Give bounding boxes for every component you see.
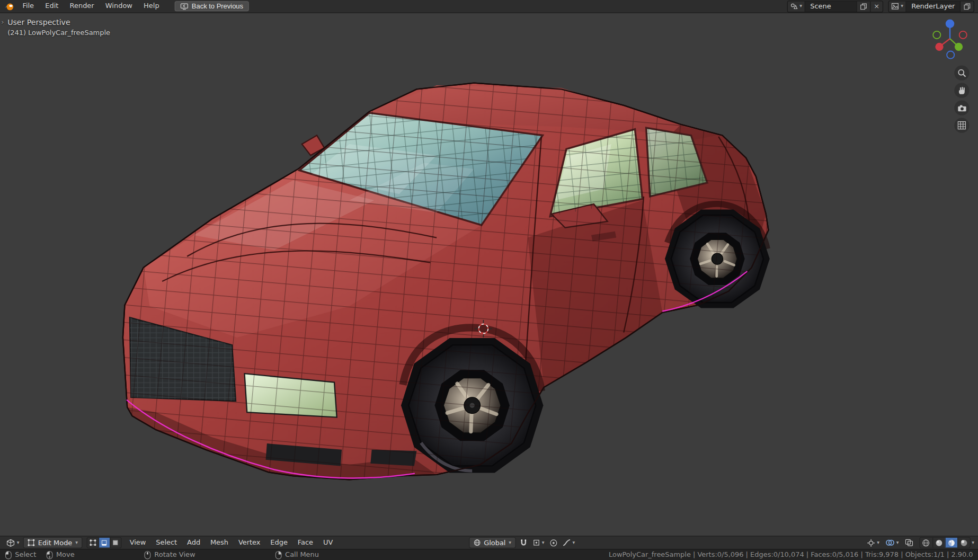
caret-down-icon: ▾: [877, 540, 879, 545]
edit-mode-icon: [28, 539, 35, 546]
proportional-edit-icon: [549, 539, 557, 547]
select-mode-group: [86, 537, 121, 548]
menu-help[interactable]: Help: [138, 0, 165, 13]
viewport-overlay-text: User Perspective (241) LowPolyCar_freeSa…: [7, 18, 110, 37]
back-to-previous-label: Back to Previous: [192, 3, 243, 10]
mode-dropdown[interactable]: Edit Mode ▾: [23, 537, 83, 548]
shading-mode-group: [919, 537, 971, 548]
scene-duplicate-button[interactable]: [856, 1, 870, 12]
image-icon: [892, 3, 899, 10]
viewport-canvas[interactable]: [0, 13, 978, 536]
shading-material-button[interactable]: [945, 538, 958, 548]
orientation-label: Global: [484, 539, 505, 547]
menu-file[interactable]: File: [17, 0, 40, 13]
scene-statistics: LowPolyCar_freeSample | Verts:0/5,096 | …: [609, 551, 973, 559]
caret-down-icon: ▾: [799, 4, 802, 8]
shading-wireframe-button[interactable]: [920, 538, 932, 548]
viewport-menu-add[interactable]: Add: [182, 536, 206, 549]
caret-down-icon: ▾: [901, 4, 903, 8]
overlays-icon: [886, 539, 894, 546]
transform-snap-group: Global ▾ ▾: [468, 537, 577, 548]
navigation-gizmo[interactable]: [928, 17, 973, 62]
menu-window[interactable]: Window: [100, 0, 138, 13]
axis-y-ball: [955, 43, 963, 51]
topbar: File Edit Render Window Help Back to Pre…: [0, 0, 978, 13]
mouse-right-icon: [275, 550, 282, 559]
hint-move: Move: [46, 550, 75, 559]
xray-toggle-button[interactable]: [903, 538, 916, 548]
viewport-menu-view[interactable]: View: [125, 536, 151, 549]
viewport-menu-mesh[interactable]: Mesh: [206, 536, 234, 549]
viewport-menu-vertex[interactable]: Vertex: [233, 536, 265, 549]
blender-logo-icon[interactable]: [4, 2, 14, 11]
shading-rendered-button[interactable]: [957, 538, 970, 548]
scene-selector: ▾ Scene ×: [787, 1, 884, 12]
hint-move-label: Move: [56, 551, 75, 559]
axis-z-neg-ball: [947, 51, 954, 59]
snap-target-dropdown[interactable]: ▾: [530, 538, 547, 548]
rendered-sphere-icon: [960, 539, 968, 547]
back-to-previous-button[interactable]: Back to Previous: [175, 1, 249, 11]
xray-icon: [905, 539, 913, 546]
viewport-menu-select[interactable]: Select: [151, 536, 182, 549]
car-model[interactable]: [123, 83, 770, 480]
mode-label: Edit Mode: [38, 539, 72, 547]
hint-call-menu-label: Call Menu: [285, 551, 319, 559]
scene-name-field[interactable]: Scene: [805, 1, 857, 12]
caret-down-icon: ▾: [75, 540, 78, 545]
viewport-menu-face[interactable]: Face: [292, 536, 318, 549]
hint-select-label: Select: [15, 551, 36, 559]
render-layer-selector: ▾ RenderLayer: [888, 1, 974, 12]
status-bar: Select Move Rotate View Call Menu LowP: [0, 549, 978, 560]
viewport-header: ▾ Edit Mode ▾: [0, 536, 978, 549]
show-overlays-dropdown[interactable]: ▾: [883, 538, 901, 548]
hint-call-menu: Call Menu: [275, 550, 319, 559]
zoom-button[interactable]: [954, 66, 969, 81]
material-sphere-icon: [947, 539, 955, 547]
active-object-label: (241) LowPolyCar_freeSample: [7, 29, 110, 37]
shading-dropdown-caret-icon[interactable]: ▾: [972, 540, 974, 545]
face-select-button[interactable]: [110, 538, 121, 548]
grid-icon: [957, 121, 966, 129]
render-layer-browse-button[interactable]: ▾: [889, 1, 906, 12]
view-perspective-label: User Perspective: [7, 18, 110, 26]
viewport-menu-edge[interactable]: Edge: [265, 536, 292, 549]
render-layer-duplicate-button[interactable]: [960, 1, 974, 12]
globe-icon: [473, 539, 481, 546]
duplicate-icon: [860, 3, 867, 10]
axis-x-neg-ball: [959, 31, 967, 39]
wireframe-sphere-icon: [922, 539, 930, 547]
scene-icon: [790, 3, 798, 10]
hand-icon: [957, 86, 966, 94]
proportional-edit-button[interactable]: [547, 538, 560, 548]
hint-select: Select: [5, 550, 36, 559]
shading-solid-button[interactable]: [932, 538, 945, 548]
camera-icon: [957, 104, 967, 112]
vertex-select-icon: [89, 539, 96, 546]
mouse-middle-icon: [144, 550, 151, 559]
render-layer-name-field[interactable]: RenderLayer: [906, 1, 960, 12]
edge-select-button[interactable]: [99, 538, 110, 548]
vertex-select-button[interactable]: [87, 538, 99, 548]
menu-edit[interactable]: Edit: [40, 0, 64, 13]
caret-down-icon: ▾: [17, 540, 20, 545]
hint-rotate-view: Rotate View: [144, 550, 195, 559]
scene-unlink-button[interactable]: ×: [870, 1, 883, 12]
camera-view-button[interactable]: [954, 101, 969, 115]
snap-toggle-button[interactable]: [517, 538, 530, 548]
edge-select-icon: [101, 539, 108, 546]
solid-sphere-icon: [935, 539, 943, 547]
proportional-falloff-dropdown[interactable]: ▾: [560, 538, 577, 548]
orientation-dropdown[interactable]: Global ▾: [469, 537, 515, 548]
viewport-3d[interactable]: › User Perspective (241) LowPolyCar_free…: [0, 13, 978, 536]
magnet-icon: [519, 539, 527, 547]
show-gizmo-dropdown[interactable]: ▾: [865, 538, 882, 548]
orthographic-toggle-button[interactable]: [954, 118, 969, 133]
scene-browse-button[interactable]: ▾: [788, 1, 805, 12]
viewport-menu-uv[interactable]: UV: [318, 536, 337, 549]
caret-down-icon: ▾: [509, 540, 511, 545]
menu-render[interactable]: Render: [64, 0, 100, 13]
pan-button[interactable]: [954, 83, 969, 98]
toolbar-expand-icon[interactable]: ›: [1, 18, 4, 26]
editor-type-button[interactable]: ▾: [4, 538, 22, 548]
